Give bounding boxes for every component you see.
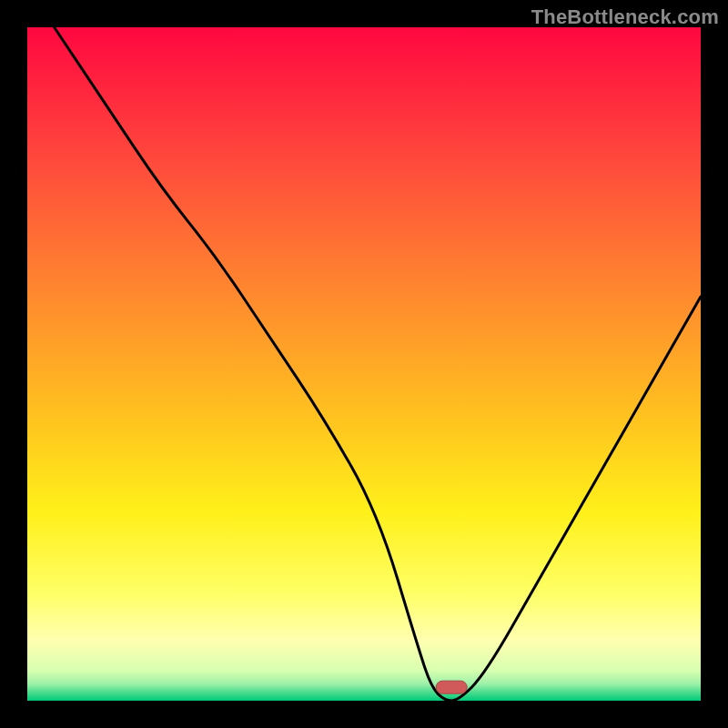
- optimal-marker: [436, 681, 467, 693]
- plot-background: [27, 27, 701, 701]
- chart-svg: [0, 0, 728, 728]
- watermark-text: TheBottleneck.com: [531, 5, 719, 29]
- bottleneck-chart: TheBottleneck.com: [0, 0, 728, 728]
